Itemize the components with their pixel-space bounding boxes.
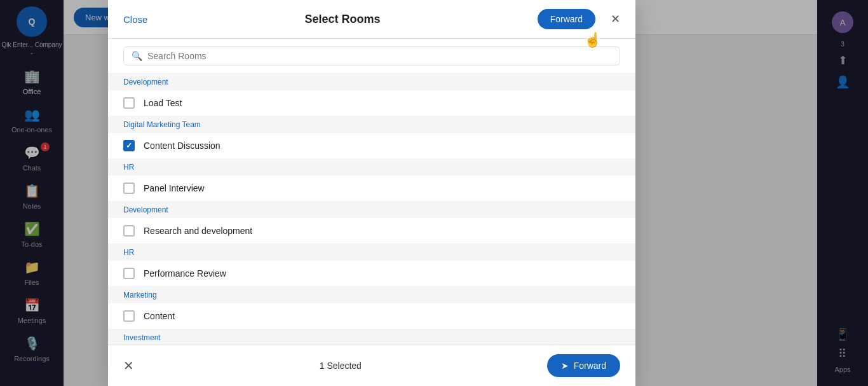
room-name-research-dev: Research and development — [144, 226, 252, 236]
footer-forward-label: Forward — [574, 361, 606, 371]
search-wrap: 🔍 — [123, 46, 620, 65]
select-rooms-modal: Close Select Rooms Forward ✕ 🔍 Developme… — [108, 0, 635, 386]
room-item[interactable]: Panel Interview — [108, 176, 635, 202]
room-item[interactable]: Content Discussion — [108, 133, 635, 159]
modal-title: Select Rooms — [304, 13, 380, 26]
room-group-header-4: HR — [108, 244, 635, 261]
room-checkbox-panel-interview[interactable] — [123, 183, 135, 194]
footer-cancel-button[interactable]: ✕ — [123, 358, 134, 373]
modal-header: Close Select Rooms Forward ✕ — [108, 0, 635, 39]
room-name-content: Content — [144, 311, 175, 321]
room-item[interactable]: Load Test — [108, 90, 635, 116]
modal-footer: ✕ 1 Selected ➤ Forward — [108, 345, 635, 386]
room-name-panel-interview: Panel Interview — [144, 183, 205, 193]
room-group-header-5: Marketing — [108, 287, 635, 303]
room-name-load-test: Load Test — [144, 98, 182, 108]
room-group-header-6: Investment — [108, 329, 635, 345]
footer-forward-button[interactable]: ➤ Forward — [547, 354, 620, 377]
room-checkbox-load-test[interactable] — [123, 97, 135, 109]
modal-close-button[interactable]: Close — [123, 14, 147, 25]
room-checkbox-research-dev[interactable] — [123, 225, 135, 237]
room-group-header-3: Development — [108, 202, 635, 218]
search-input[interactable] — [147, 51, 612, 61]
room-list: DevelopmentLoad TestDigital Marketing Te… — [108, 74, 635, 345]
room-checkbox-content[interactable] — [123, 310, 135, 322]
room-item[interactable]: Performance Review — [108, 261, 635, 287]
forward-arrow-icon: ➤ — [561, 361, 569, 371]
room-name-content-discussion: Content Discussion — [144, 141, 220, 151]
room-group-header-2: HR — [108, 159, 635, 176]
modal-x-button[interactable]: ✕ — [611, 12, 620, 26]
modal-forward-button[interactable]: Forward — [538, 9, 595, 29]
room-item[interactable]: Research and development — [108, 218, 635, 244]
modal-search-area: 🔍 — [108, 39, 635, 74]
room-item[interactable]: Content — [108, 303, 635, 329]
room-group-header-1: Digital Marketing Team — [108, 116, 635, 133]
room-group-header-0: Development — [108, 74, 635, 90]
room-checkbox-performance-review[interactable] — [123, 268, 135, 279]
room-name-performance-review: Performance Review — [144, 268, 226, 279]
search-icon: 🔍 — [132, 51, 142, 61]
footer-selected-count: 1 Selected — [320, 361, 362, 371]
room-checkbox-content-discussion[interactable] — [123, 140, 135, 151]
